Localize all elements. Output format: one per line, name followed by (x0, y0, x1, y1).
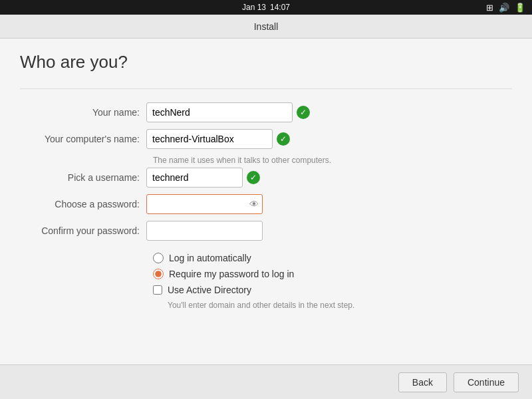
status-date: Jan 13 (242, 3, 266, 12)
volume-icon: 🔊 (499, 3, 509, 13)
login-auto-label: Log in automatically (169, 253, 251, 263)
back-button[interactable]: Back (398, 372, 447, 392)
login-auto-radio[interactable] (153, 253, 164, 263)
confirm-password-input-wrap (146, 221, 263, 241)
your-name-label: Your name: (20, 107, 146, 118)
battery-icon: 🔋 (515, 3, 525, 13)
status-time: 14:07 (270, 3, 290, 12)
your-name-valid-icon: ✓ (297, 106, 310, 119)
password-input-wrap: 👁 (146, 194, 263, 214)
login-auto-row: Log in automatically (153, 253, 512, 263)
active-directory-checkbox[interactable] (153, 285, 162, 295)
password-input[interactable] (146, 194, 263, 214)
your-name-input[interactable] (146, 102, 293, 122)
username-label: Pick a username: (20, 172, 146, 183)
password-label: Choose a password: (20, 199, 146, 209)
computer-name-row: Your computer's name: ✓ (20, 129, 512, 149)
active-directory-label: Use Active Directory (168, 285, 251, 295)
require-password-row: Require my password to log in (153, 269, 512, 279)
computer-name-hint: The name it uses when it talks to other … (153, 156, 512, 165)
active-directory-row: Use Active Directory (153, 285, 512, 295)
confirm-password-label: Confirm your password: (20, 225, 146, 236)
network-icon: ⊞ (486, 3, 493, 13)
username-input[interactable] (146, 168, 243, 188)
computer-name-input[interactable] (146, 129, 273, 149)
confirm-password-row: Confirm your password: (20, 221, 512, 241)
main-content: Who are you? Your name: ✓ Your computer'… (0, 39, 532, 364)
options-section: Log in automatically Require my password… (153, 253, 512, 313)
title-bar: Install (0, 15, 532, 39)
computer-name-valid-icon: ✓ (277, 132, 290, 146)
section-divider (20, 88, 512, 89)
continue-button[interactable]: Continue (454, 372, 519, 392)
your-name-row: Your name: ✓ (20, 102, 512, 122)
username-valid-icon: ✓ (247, 171, 260, 184)
status-bar-icons: ⊞ 🔊 🔋 (486, 3, 525, 13)
password-toggle-icon[interactable]: 👁 (249, 199, 259, 209)
computer-name-label: Your computer's name: (20, 134, 146, 144)
require-password-label: Require my password to log in (169, 269, 294, 279)
window-title: Install (254, 21, 279, 32)
bottom-bar: Back Continue (0, 364, 532, 399)
status-bar: Jan 13 14:07 ⊞ 🔊 🔋 (0, 0, 532, 15)
username-row: Pick a username: ✓ (20, 168, 512, 188)
status-bar-datetime: Jan 13 14:07 (242, 3, 290, 12)
password-row: Choose a password: 👁 (20, 194, 512, 214)
active-directory-hint: You'll enter domain and other details in… (168, 301, 512, 310)
require-password-radio[interactable] (153, 269, 164, 279)
username-input-wrap: ✓ (146, 168, 260, 188)
confirm-password-input[interactable] (146, 221, 263, 241)
your-name-input-wrap: ✓ (146, 102, 310, 122)
computer-name-input-wrap: ✓ (146, 129, 290, 149)
page-title: Who are you? (20, 52, 512, 72)
password-wrap: 👁 (146, 194, 263, 214)
